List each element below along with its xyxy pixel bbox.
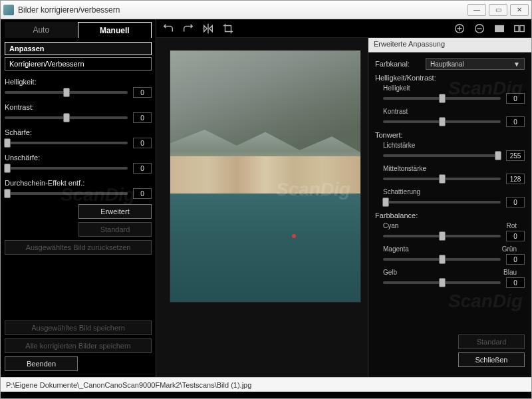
extended-button[interactable]: Erweitert (78, 204, 152, 219)
chevron-down-icon: ▼ (513, 61, 520, 68)
compare-icon[interactable] (513, 22, 526, 35)
app-window: Bilder korrigieren/verbessern — ▭ ✕ Auto… (0, 0, 532, 399)
left-panel: Auto Manuell Anpassen Korrigieren/Verbes… (1, 19, 156, 377)
adv-midtones-track[interactable] (383, 178, 501, 180)
contrast-track[interactable] (5, 116, 128, 119)
adv-highlights-track[interactable] (383, 154, 501, 157)
exit-button[interactable]: Beenden (5, 356, 78, 371)
contrast-value: 0 (133, 112, 152, 123)
showthrough-track[interactable] (5, 192, 128, 195)
slider-sharpness: Schärfe: 0 (5, 128, 152, 148)
colorbalance-header: Farbbalance: (375, 211, 525, 219)
channel-combo[interactable]: Hauptkanal ▼ (426, 58, 525, 70)
adv-highlights-value: 255 (506, 150, 525, 161)
preview-mountain (170, 51, 360, 164)
rotate-right-icon[interactable] (182, 22, 195, 35)
adv-close-button[interactable]: Schließen (458, 352, 525, 367)
adv-contrast-value: 0 (506, 116, 525, 127)
blur-track[interactable] (5, 167, 128, 170)
adv-standard-button[interactable]: Standard (458, 334, 525, 349)
subtab-correct[interactable]: Korrigieren/Verbessern (5, 57, 152, 70)
canvas-toolbar (156, 19, 531, 38)
section-brightcontrast: Helligkeit/Kontrast: Helligkeit 0 Kontra… (375, 74, 525, 127)
crop-icon[interactable] (221, 22, 235, 35)
save-selected-button[interactable]: Ausgewähltes Bild speichern (5, 321, 152, 335)
section-tones: Tonwert: Lichtstärke 255 Mitteltonstärke… (375, 131, 525, 207)
app-icon (3, 5, 14, 15)
save-all-button[interactable]: Alle korrigierten Bilder speichern (5, 338, 152, 353)
svg-rect-3 (515, 25, 519, 31)
brightness-label: Helligkeit: (5, 78, 152, 86)
window-controls: — ▭ ✕ (467, 4, 529, 16)
yellow-blue-thumb[interactable] (439, 278, 446, 287)
adv-contrast-slider: Kontrast 0 (383, 108, 525, 127)
green-label: Grün (502, 245, 517, 253)
cyan-red-thumb[interactable] (439, 231, 446, 241)
window-title: Bilder korrigieren/verbessern (18, 5, 467, 15)
adv-midtones-slider: Mitteltonstärke 128 (383, 165, 525, 184)
magenta-green-value: 0 (506, 254, 525, 265)
subtabs: Anpassen Korrigieren/Verbessern (5, 42, 152, 72)
contrast-thumb[interactable] (63, 113, 70, 122)
brightness-track[interactable] (5, 91, 128, 94)
channel-label: Farbkanal: (375, 60, 422, 68)
image-preview[interactable] (170, 50, 361, 303)
blur-value: 0 (133, 163, 152, 174)
brightness-value: 0 (133, 87, 152, 98)
brightcontrast-header: Helligkeit/Kontrast: (375, 74, 525, 82)
magenta-green-thumb[interactable] (439, 255, 446, 264)
adv-contrast-thumb[interactable] (439, 117, 446, 126)
sharpness-thumb[interactable] (4, 138, 11, 148)
cyan-label: Cyan (383, 222, 398, 229)
contrast-label: Kontrast: (5, 103, 152, 111)
adv-brightness-track[interactable] (383, 97, 501, 100)
magenta-green-track[interactable] (383, 258, 501, 261)
blur-thumb[interactable] (4, 164, 11, 173)
client-area: Auto Manuell Anpassen Korrigieren/Verbes… (1, 19, 531, 398)
channel-value: Hauptkanal (430, 61, 464, 68)
adv-brightness-slider: Helligkeit 0 (383, 84, 525, 104)
slider-brightness: Helligkeit: 0 (5, 78, 152, 98)
blue-label: Blau (503, 269, 517, 276)
adv-midtones-value: 128 (506, 174, 525, 184)
cyan-red-value: 0 (506, 231, 525, 241)
adv-contrast-track[interactable] (383, 120, 501, 123)
brightness-thumb[interactable] (63, 88, 70, 97)
slider-showthrough: Durchschein-Effekt entf.: 0 (5, 179, 152, 199)
maximize-button[interactable]: ▭ (489, 4, 507, 16)
subtab-adjust[interactable]: Anpassen (5, 42, 152, 55)
advanced-body: Farbkanal: Hauptkanal ▼ Helligkeit/Kontr… (368, 53, 531, 331)
adv-midtones-thumb[interactable] (439, 174, 446, 184)
preview-water (170, 194, 360, 302)
mode-tabs: Auto Manuell (5, 22, 152, 38)
sharpness-value: 0 (133, 138, 152, 148)
fit-icon[interactable] (493, 22, 506, 35)
zoom-in-icon[interactable] (453, 22, 466, 35)
close-button[interactable]: ✕ (510, 4, 529, 16)
yellow-blue-track[interactable] (383, 281, 501, 284)
tab-manual[interactable]: Manuell (78, 22, 152, 38)
svg-rect-2 (495, 25, 504, 31)
tab-auto[interactable]: Auto (5, 22, 78, 38)
preview-buildings (170, 156, 360, 196)
reset-selected-button[interactable]: Ausgewähltes Bild zurücksetzen (5, 240, 152, 255)
titlebar: Bilder korrigieren/verbessern — ▭ ✕ (1, 1, 531, 19)
adv-highlights-thumb[interactable] (495, 151, 501, 160)
statusbar: P:\Eigene Dokumente\_CanonCanoScan9000FM… (1, 377, 531, 392)
cyan-red-track[interactable] (383, 235, 501, 237)
adv-shadows-slider: Schattierung 0 (383, 188, 525, 207)
adv-brightness-thumb[interactable] (439, 94, 446, 103)
sharpness-track[interactable] (5, 142, 128, 144)
zoom-out-icon[interactable] (473, 22, 486, 35)
yellow-label: Gelb (383, 269, 397, 276)
sharpness-label: Schärfe: (5, 128, 152, 136)
showthrough-thumb[interactable] (4, 189, 11, 198)
standard-button[interactable]: Standard (78, 222, 152, 237)
rotate-left-icon[interactable] (162, 22, 175, 35)
adv-shadows-track[interactable] (383, 201, 501, 203)
adv-shadows-thumb[interactable] (382, 198, 389, 207)
preview-buoy (292, 234, 296, 238)
minimize-button[interactable]: — (467, 4, 486, 16)
mirror-icon[interactable] (201, 22, 215, 35)
adv-brightness-value: 0 (506, 93, 525, 104)
